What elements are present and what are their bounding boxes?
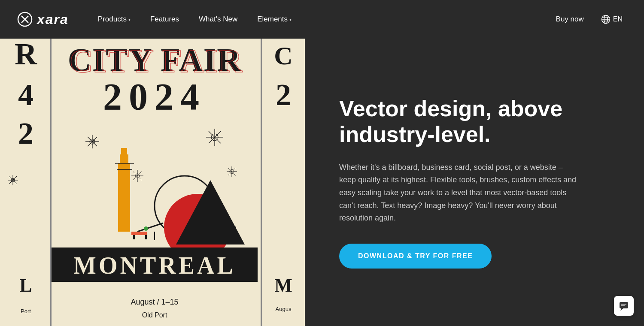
svg-text:L: L — [19, 275, 32, 296]
svg-rect-59 — [145, 235, 147, 239]
nav-elements[interactable]: Elements ▾ — [249, 12, 299, 27]
svg-text:2024: 2024 — [103, 76, 206, 118]
svg-text:MONTREAL: MONTREAL — [73, 252, 236, 279]
svg-text:August / 1–15: August / 1–15 — [131, 298, 178, 306]
logo-area[interactable]: xara — [17, 12, 69, 27]
globe-icon — [601, 15, 611, 24]
svg-rect-57 — [131, 232, 147, 235]
hero-headline: Vector design, above industry-level. — [339, 96, 614, 148]
buy-now-link[interactable]: Buy now — [548, 12, 592, 27]
svg-text:M: M — [274, 275, 292, 296]
svg-rect-23 — [118, 163, 130, 232]
hero-body: Whether it's a billboard, business card,… — [339, 161, 580, 225]
chevron-down-icon: ▾ — [289, 17, 292, 22]
chat-icon — [619, 301, 629, 311]
svg-text:C: C — [274, 42, 292, 70]
svg-text:CITY FAIR: CITY FAIR — [70, 43, 243, 79]
nav-features[interactable]: Features — [143, 12, 187, 27]
svg-text:R: R — [15, 39, 37, 71]
poster-main: CITY FAIR CITY FAIR 2024 — [52, 39, 262, 326]
svg-rect-25 — [121, 148, 127, 157]
main-content: R 4 2 L Port — [0, 39, 644, 326]
svg-rect-58 — [133, 235, 135, 239]
copy-area: Vector design, above industry-level. Whe… — [305, 39, 644, 326]
language-selector[interactable]: EN — [597, 11, 627, 27]
svg-text:4: 4 — [18, 78, 33, 112]
svg-text:2: 2 — [18, 116, 33, 151]
nav-whats-new[interactable]: What's New — [191, 12, 245, 27]
hero-image-area: R 4 2 L Port — [0, 39, 305, 326]
chat-widget[interactable] — [614, 296, 634, 316]
nav-products[interactable]: Products ▾ — [90, 12, 138, 27]
poster-side-left: R 4 2 L Port — [0, 39, 52, 326]
svg-marker-71 — [620, 308, 623, 311]
nav-links: Products ▾ Features What's New Elements … — [90, 12, 548, 27]
poster-container: R 4 2 L Port — [0, 39, 305, 326]
brand-name: xara — [37, 12, 69, 27]
xara-logo-icon — [17, 12, 33, 27]
cta-download-button[interactable]: DOWNLOAD & TRY FOR FREE — [339, 244, 492, 269]
svg-text:Augus: Augus — [276, 306, 292, 312]
poster-side-right: C 2 M Augus — [262, 39, 305, 326]
svg-text:Port: Port — [21, 308, 31, 314]
svg-text:Old Port: Old Port — [142, 311, 167, 319]
navbar: xara Products ▾ Features What's New Elem… — [0, 0, 644, 39]
svg-rect-70 — [620, 302, 628, 308]
svg-text:2: 2 — [276, 78, 291, 112]
svg-point-33 — [144, 226, 148, 231]
chevron-down-icon: ▾ — [128, 17, 131, 22]
nav-right: Buy now EN — [548, 11, 627, 27]
